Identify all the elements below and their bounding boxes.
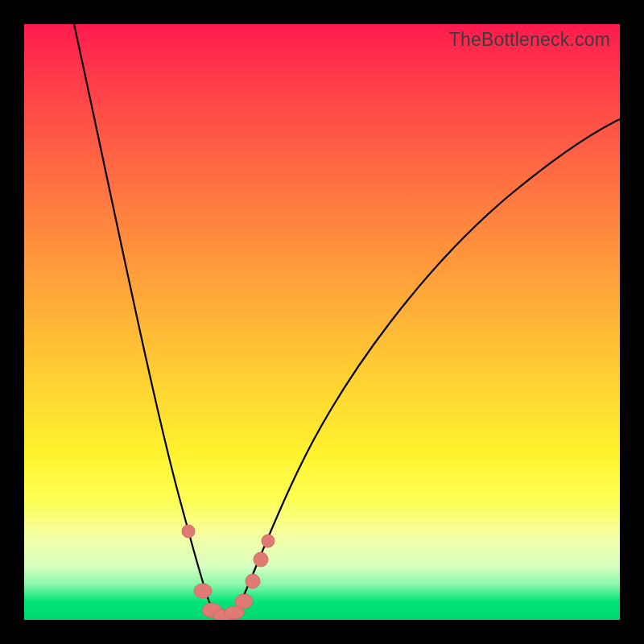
highlight-markers xyxy=(182,525,275,620)
chart-svg xyxy=(24,24,620,620)
chart-plot-area: TheBottleneck.com xyxy=(24,24,620,620)
marker-dot xyxy=(235,594,253,609)
marker-dot xyxy=(262,535,275,547)
marker-dot xyxy=(254,552,268,567)
marker-dot xyxy=(194,584,212,598)
marker-dot xyxy=(182,525,195,538)
bottleneck-curve xyxy=(74,24,620,618)
marker-dot xyxy=(246,574,260,588)
chart-frame: TheBottleneck.com xyxy=(0,0,644,644)
